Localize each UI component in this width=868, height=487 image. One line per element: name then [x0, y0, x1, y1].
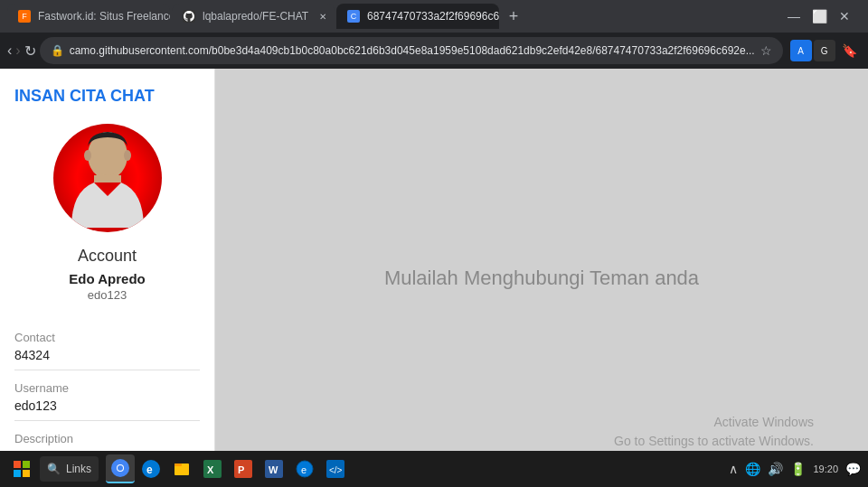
- svg-text:P: P: [238, 464, 244, 475]
- tray-icon-network[interactable]: 🌐: [745, 462, 760, 476]
- extensions-icon[interactable]: 🧩: [864, 38, 868, 63]
- tab-1[interactable]: F Fastwork.id: Situs Freelance Onl... ✕: [7, 4, 170, 29]
- extension-icon-2[interactable]: G: [814, 40, 835, 61]
- empty-chat-message: Mulailah Menghubungi Teman anda: [384, 267, 699, 290]
- taskbar: 🔍 Links e X: [0, 451, 868, 487]
- chat-area: Mulailah Menghubungi Teman anda Activate…: [215, 69, 868, 487]
- svg-rect-6: [23, 461, 30, 468]
- svg-point-3: [84, 150, 91, 161]
- svg-rect-1: [94, 175, 121, 183]
- svg-text:</>: </>: [329, 465, 343, 475]
- bookmark-mgr-icon[interactable]: 🔖: [837, 38, 863, 63]
- svg-rect-7: [14, 470, 21, 477]
- forward-button[interactable]: ›: [15, 38, 20, 63]
- clock-time: 19:20: [813, 463, 838, 475]
- tab-2-close[interactable]: ✕: [316, 9, 330, 23]
- url-box[interactable]: 🔒 camo.githubusercontent.com/b0be3d4a409…: [40, 37, 783, 64]
- avatar: [53, 124, 162, 232]
- tab-bar: F Fastwork.id: Situs Freelance Onl... ✕ …: [0, 0, 868, 33]
- app-title: INSAN CITA CHAT: [14, 87, 155, 106]
- back-button[interactable]: ‹: [7, 38, 12, 63]
- watermark-line2: Go to Settings to activate Windows.: [614, 432, 814, 451]
- reload-button[interactable]: ↻: [24, 38, 36, 63]
- taskbar-powerpoint[interactable]: P: [229, 454, 258, 483]
- taskbar-ie[interactable]: e: [290, 454, 319, 483]
- svg-point-4: [124, 150, 131, 161]
- tab-3-favicon: C: [347, 10, 360, 23]
- start-button[interactable]: [7, 454, 36, 483]
- info-section: Contact 84324 Username edo123 Descriptio…: [14, 320, 200, 471]
- contact-value: 84324: [14, 348, 200, 362]
- taskbar-files[interactable]: [167, 454, 196, 483]
- tray-icon-volume[interactable]: 🔊: [768, 462, 783, 476]
- app-container: INSAN CITA CHAT: [0, 69, 868, 487]
- taskbar-app-icons: e X P W: [106, 454, 350, 483]
- taskbar-right: ∧ 🌐 🔊 🔋 19:20 💬: [729, 462, 861, 476]
- display-name: Edo Apredo: [69, 271, 145, 286]
- divider-2: [14, 420, 200, 421]
- sidebar: INSAN CITA CHAT: [0, 69, 215, 487]
- tab-2-label: lqbalapredo/FE-CHAT: [203, 10, 308, 23]
- username-label: Username: [14, 381, 200, 395]
- watermark-line1: Activate Windows: [614, 413, 814, 432]
- contact-label: Contact: [14, 331, 200, 344]
- description-label: Description: [14, 432, 200, 445]
- svg-text:e: e: [301, 464, 307, 475]
- maximize-button[interactable]: ⬜: [810, 7, 828, 25]
- tab-2[interactable]: lqbalapredo/FE-CHAT ✕: [172, 4, 335, 29]
- browser-chrome: F Fastwork.id: Situs Freelance Onl... ✕ …: [0, 0, 868, 69]
- window-controls: — ⬜ ✕: [785, 7, 861, 25]
- notification-icon[interactable]: 💬: [845, 462, 861, 476]
- svg-point-11: [118, 465, 123, 471]
- taskbar-vscode[interactable]: </>: [321, 454, 350, 483]
- svg-rect-8: [23, 470, 30, 477]
- tab-1-label: Fastwork.id: Situs Freelance Onl...: [38, 10, 170, 23]
- url-text: camo.githubusercontent.com/b0be3d4a409cb…: [70, 44, 755, 57]
- taskbar-word[interactable]: W: [259, 454, 288, 483]
- address-bar: ‹ › ↻ 🔒 camo.githubusercontent.com/b0be3…: [0, 33, 868, 69]
- svg-text:e: e: [146, 464, 153, 476]
- username-value: edo123: [14, 398, 200, 413]
- close-button[interactable]: ✕: [835, 7, 854, 25]
- new-tab-button[interactable]: +: [501, 4, 526, 29]
- lock-icon: 🔒: [51, 44, 64, 57]
- tab-1-favicon: F: [18, 10, 31, 23]
- bookmark-icon[interactable]: ☆: [760, 43, 772, 58]
- taskbar-search[interactable]: 🔍 Links: [40, 456, 99, 482]
- time-display[interactable]: 19:20: [813, 463, 838, 475]
- avatar-container: [53, 124, 162, 232]
- username-display: edo123: [88, 288, 127, 302]
- extension-icon-1[interactable]: A: [790, 40, 812, 61]
- windows-watermark: Activate Windows Go to Settings to activ…: [614, 413, 814, 451]
- search-icon: 🔍: [47, 463, 61, 475]
- svg-rect-5: [14, 461, 21, 468]
- taskbar-chrome[interactable]: [106, 454, 135, 483]
- tray-icon-battery: 🔋: [790, 462, 806, 476]
- account-label: Account: [78, 247, 137, 266]
- tray-icon-chevron[interactable]: ∧: [729, 462, 738, 476]
- taskbar-edge[interactable]: e: [137, 454, 165, 483]
- svg-rect-15: [175, 464, 182, 466]
- tab-2-favicon: [183, 10, 195, 23]
- svg-text:X: X: [207, 464, 214, 475]
- taskbar-excel[interactable]: X: [198, 454, 227, 483]
- tab-3[interactable]: C 68747470733a2f2f69696c692e6... ✕: [336, 4, 499, 29]
- tab-3-label: 68747470733a2f2f69696c692e6...: [367, 10, 499, 23]
- address-bar-icons: A G 🔖 🧩 A ⋮: [790, 38, 868, 63]
- divider-1: [14, 370, 200, 370]
- avatar-image: [62, 128, 153, 228]
- taskbar-search-label: Links: [66, 463, 91, 475]
- svg-text:W: W: [269, 464, 278, 475]
- minimize-button[interactable]: —: [785, 7, 803, 25]
